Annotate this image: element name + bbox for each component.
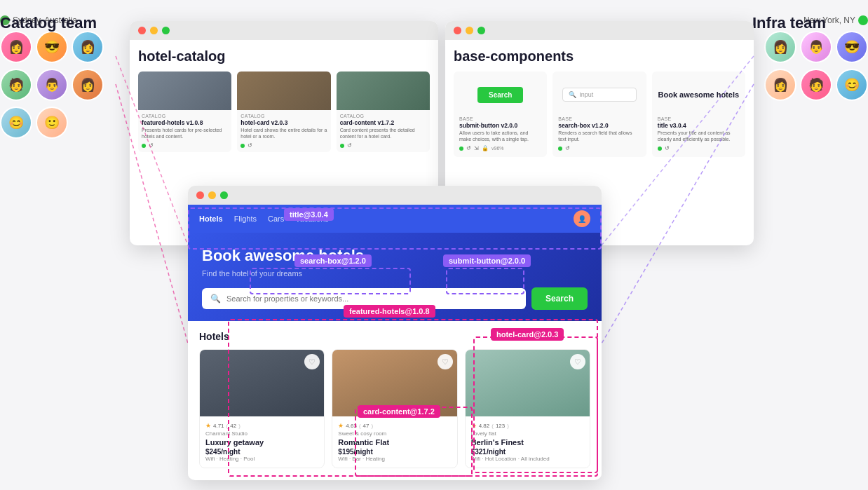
search-input[interactable] <box>226 294 517 303</box>
annotation-search-box: search-box@1.2.0 <box>294 254 372 267</box>
hotel-app-body: Hotels ♡ ★ 4.71 (42) Charmant Studio Lux… <box>188 321 602 478</box>
hotel-card-1: ♡ ★ 4.71 (42) Charmant Studio Luxury get… <box>199 349 325 468</box>
base-content: base-components Search BASE submit-butto… <box>445 40 754 165</box>
hotel-price-1: $245/night <box>205 448 318 456</box>
search-submit-button[interactable]: Search <box>531 287 588 310</box>
catalog-card-image-2 <box>237 72 330 110</box>
catalog-content: hotel-catalog CATALOG featured-hotels v1… <box>130 40 438 169</box>
infra-team: Infra team New York, NY 👩 👨 😎 👩 🧑 😊 <box>752 14 868 101</box>
hotel-card-body-3: ★ 4.82 (123) Lovely flat Berlin's Finest… <box>466 416 590 468</box>
annotation-card-content: card-content@1.7.2 <box>358 405 440 418</box>
avatar: 😊 <box>836 69 868 101</box>
status-active-dot <box>340 144 344 148</box>
hotel-card-body-2: ★ 4.63 (47) Sweet & cosy room Romantic F… <box>332 416 456 468</box>
annotation-submit-button: submit-button@2.0.0 <box>443 254 531 267</box>
search-icon: 🔍 <box>569 91 576 98</box>
base-card-status-3: ↺ <box>658 145 740 151</box>
favorite-button-1[interactable]: ♡ <box>304 354 320 369</box>
catalog-window-title: hotel-catalog <box>138 48 430 64</box>
avatar: 🧑 <box>800 69 832 101</box>
catalog-card-image-1 <box>138 72 231 110</box>
hotel-app-titlebar <box>188 186 602 205</box>
maximize-dot <box>162 27 170 34</box>
hotel-price-2: $195/night <box>338 448 451 456</box>
base-card-searchbox: 🔍 Input BASE search-box v1.2.0 Renders a… <box>552 72 646 157</box>
avatar: 👩 <box>764 31 796 63</box>
catalog-card-featured: CATALOG featured-hotels v1.0.8 Presents … <box>138 72 231 152</box>
hotel-rating-1: ★ 4.71 (42) <box>205 422 318 429</box>
infra-team-title: Infra team <box>752 14 826 32</box>
star-icon: ★ <box>338 422 344 429</box>
minimize-dot <box>208 191 216 199</box>
catalog-card-hotel: CATALOG hotel-card v2.0.3 Hotel card sho… <box>237 72 330 152</box>
minimize-dot <box>150 27 158 34</box>
avatar: 👩 <box>0 31 32 63</box>
location-indicator <box>858 15 868 25</box>
submit-btn-preview: Search <box>459 77 541 112</box>
catalog-card-body-1: CATALOG featured-hotels v1.0.8 Presents … <box>138 110 231 152</box>
avatar: 😊 <box>0 107 32 139</box>
favorite-button-2[interactable]: ♡ <box>438 354 453 369</box>
catalog-team-avatars-row2: 🧑 👨 👩 <box>0 69 116 101</box>
status-active-dot <box>142 144 146 148</box>
status-active-dot <box>558 147 562 151</box>
avatar: 👨 <box>36 69 68 101</box>
infra-team-avatars: 👩 👨 😎 <box>752 31 868 63</box>
maximize-dot <box>220 191 228 199</box>
catalog-team-avatars-row3: 😊 🙂 <box>0 107 116 139</box>
hotel-card-image-3: ♡ <box>466 350 590 416</box>
base-window-title: base-components <box>454 48 745 64</box>
nav-flights[interactable]: Flights <box>234 215 257 223</box>
avatar: 👩 <box>72 69 104 101</box>
favorite-button-3[interactable]: ♡ <box>570 354 585 369</box>
catalog-card-status-1: ↺ <box>142 142 228 149</box>
base-card-submit: Search BASE submit-button v2.0.0 Allow u… <box>454 72 547 157</box>
preview-search-input: 🔍 Input <box>562 88 637 102</box>
catalog-titlebar <box>130 21 438 40</box>
hotel-price-3: $321/night <box>471 448 584 456</box>
close-dot <box>138 27 146 34</box>
catalog-team: Catalog team Sydney, Australia 👩 😎 👩 🧑 👨… <box>0 14 116 139</box>
status-active-dot <box>459 147 463 151</box>
nav-user-avatar[interactable]: 👤 <box>574 210 590 227</box>
catalog-card-body-2: CATALOG hotel-card v2.0.3 Hotel card sho… <box>237 110 330 152</box>
catalog-card-image-3 <box>337 72 430 110</box>
annotation-title: title@3.0.4 <box>284 208 334 221</box>
nav-cars[interactable]: Cars <box>268 215 284 223</box>
annotation-featured-hotels: featured-hotels@1.0.8 <box>344 305 435 318</box>
minimize-dot <box>466 27 473 34</box>
star-icon: ★ <box>205 422 211 429</box>
close-dot <box>196 191 204 199</box>
searchbox-preview: 🔍 Input <box>558 77 640 112</box>
hero-subtitle: Find the hotel of your dreams <box>202 269 588 278</box>
base-card-title: Book awesome hotels BASE title v3.0.4 Pr… <box>652 72 745 157</box>
annotation-hotel-card: hotel-card@2.0.3 <box>491 328 564 341</box>
hotel-card-image-1: ♡ <box>200 350 324 416</box>
base-titlebar <box>445 21 754 40</box>
avatar: 👩 <box>764 69 796 101</box>
maximize-dot <box>477 27 485 34</box>
nav-hotels[interactable]: Hotels <box>199 215 223 223</box>
catalog-cards-container: CATALOG featured-hotels v1.0.8 Presents … <box>138 72 430 152</box>
catalog-card-body-3: CATALOG card-content v1.7.2 Card content… <box>337 110 430 152</box>
avatar: 🧑 <box>0 69 32 101</box>
catalog-card-status-2: ↺ <box>240 142 327 149</box>
avatar: 😎 <box>36 31 68 63</box>
status-active-dot <box>658 147 662 151</box>
avatar: 👩 <box>72 31 104 63</box>
avatar: 👨 <box>800 31 832 63</box>
base-card-status-2: ↺ <box>558 145 640 151</box>
hotel-card-3: ♡ ★ 4.82 (123) Lovely flat Berlin's Fine… <box>465 349 590 468</box>
title-preview: Book awesome hotels <box>658 77 740 112</box>
hotel-rating-2: ★ 4.63 (47) <box>338 422 451 429</box>
avatar: 😎 <box>836 31 868 63</box>
status-active-dot <box>240 144 245 148</box>
base-card-status-1: ↺ ⇲ 🔒 v96% <box>459 145 541 151</box>
catalog-team-avatars: 👩 😎 👩 <box>0 31 116 63</box>
catalog-team-title: Catalog team <box>0 14 97 32</box>
hotel-rating-3: ★ 4.82 (123) <box>471 422 584 429</box>
hotel-card-body-1: ★ 4.71 (42) Charmant Studio Luxury getaw… <box>200 416 324 468</box>
catalog-card-content: CATALOG card-content v1.7.2 Card content… <box>337 72 430 152</box>
preview-submit-button[interactable]: Search <box>477 87 523 103</box>
close-dot <box>454 27 461 34</box>
